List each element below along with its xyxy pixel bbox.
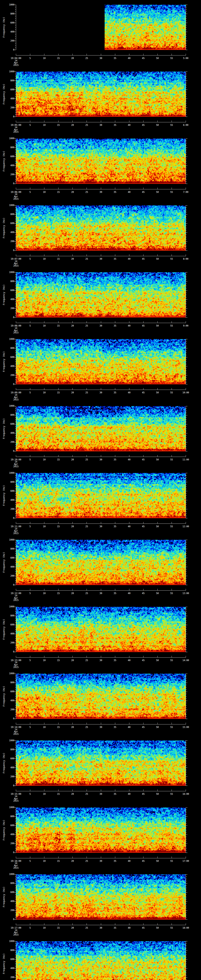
panel-date-line: 2015 xyxy=(0,599,32,601)
x-tick-label: 20 xyxy=(67,793,78,795)
x-tick xyxy=(143,388,144,390)
y-axis-title: Frequency (Hz) xyxy=(3,275,5,314)
y-tick xyxy=(15,216,16,217)
y-tick xyxy=(186,212,187,212)
y-tick xyxy=(15,747,16,748)
y-tick xyxy=(14,776,16,777)
x-tick xyxy=(58,321,59,323)
y-tick xyxy=(15,159,16,159)
y-tick xyxy=(15,752,16,752)
y-tick xyxy=(186,286,187,286)
x-tick-label: 25 xyxy=(81,659,93,662)
y-tick xyxy=(15,716,16,717)
y-tick xyxy=(15,45,16,46)
y-tick xyxy=(15,350,16,351)
y-tick xyxy=(186,48,187,48)
y-tick xyxy=(15,161,16,161)
y-axis-title: Frequency (Hz) xyxy=(3,409,5,448)
x-tick xyxy=(86,522,87,523)
x-tick xyxy=(72,522,73,523)
spectrogram-canvas xyxy=(16,205,186,251)
x-tick xyxy=(86,54,87,55)
x-tick-label: 50 xyxy=(152,325,163,327)
y-tick xyxy=(186,853,187,853)
panel-end-time-label: 14:00 xyxy=(170,659,201,662)
y-tick xyxy=(186,752,187,752)
x-tick xyxy=(44,656,45,657)
x-tick xyxy=(86,856,87,858)
y-tick xyxy=(15,101,16,101)
y-tick-label: 1000 xyxy=(3,940,14,943)
x-tick xyxy=(101,121,101,122)
x-tick xyxy=(143,856,144,858)
y-tick xyxy=(186,355,187,355)
y-tick xyxy=(15,966,16,966)
x-tick xyxy=(129,255,129,256)
y-tick-label: 1000 xyxy=(3,739,14,742)
y-tick xyxy=(186,819,187,819)
y-tick xyxy=(15,516,16,516)
y-tick xyxy=(186,495,187,496)
y-tick xyxy=(15,819,16,819)
panel-end-time-label: 5:00 xyxy=(170,57,201,60)
y-tick xyxy=(14,500,16,500)
y-tick xyxy=(186,143,187,143)
y-tick-label: 1000 xyxy=(3,605,14,608)
y-tick xyxy=(186,740,187,741)
y-tick xyxy=(15,420,16,420)
y-tick xyxy=(15,154,16,154)
x-tick xyxy=(129,789,129,791)
y-tick xyxy=(186,74,187,74)
y-tick xyxy=(186,810,187,810)
y-tick xyxy=(186,687,187,687)
y-tick-label: 0 xyxy=(3,918,14,921)
x-tick-label: 50 xyxy=(152,659,163,662)
x-tick-label: 15 xyxy=(53,325,64,327)
y-tick xyxy=(186,906,187,906)
y-tick xyxy=(14,826,16,826)
x-tick xyxy=(115,455,115,457)
x-tick-label: 10 xyxy=(38,726,50,729)
y-tick-label: 0 xyxy=(3,249,14,252)
spectrogram-canvas xyxy=(16,808,186,853)
y-tick xyxy=(186,848,187,848)
y-tick xyxy=(14,585,16,585)
x-tick-label: 50 xyxy=(152,57,163,60)
x-tick xyxy=(143,54,144,55)
panel-end-time-label: 8:00 xyxy=(170,258,201,260)
y-tick xyxy=(15,96,16,97)
y-tick xyxy=(14,910,16,911)
x-tick xyxy=(72,723,73,724)
x-tick xyxy=(101,923,101,925)
y-tick xyxy=(15,638,16,639)
y-tick xyxy=(15,964,16,964)
x-tick xyxy=(58,723,59,724)
spectrogram-canvas xyxy=(16,72,186,117)
x-tick xyxy=(58,54,59,55)
y-tick xyxy=(186,943,187,944)
panel-date-line: 2015 xyxy=(0,198,32,200)
x-tick-label: 50 xyxy=(152,793,163,795)
y-tick xyxy=(15,297,16,298)
x-tick-label: 10 xyxy=(38,258,50,260)
x-tick xyxy=(101,589,101,590)
y-tick xyxy=(15,163,16,164)
x-tick-label: 15 xyxy=(53,726,64,729)
y-tick xyxy=(186,315,187,315)
x-tick xyxy=(129,54,129,55)
y-tick-label: 0 xyxy=(3,450,14,452)
x-tick-label: 45 xyxy=(137,927,149,929)
x-tick xyxy=(58,388,59,390)
y-tick xyxy=(14,625,16,625)
y-axis-title: Frequency (Hz) xyxy=(3,810,5,850)
x-tick-label: 10 xyxy=(38,592,50,595)
y-tick xyxy=(186,248,187,248)
y-axis-title: Frequency (Hz) xyxy=(3,208,5,248)
y-tick xyxy=(15,745,16,745)
y-tick xyxy=(15,9,16,10)
y-tick xyxy=(186,756,187,757)
y-tick xyxy=(186,783,187,784)
y-tick xyxy=(186,431,187,431)
y-tick xyxy=(15,649,16,650)
spectrogram-panel: 02004006008001000Frequency (Hz)510152025… xyxy=(0,602,201,669)
